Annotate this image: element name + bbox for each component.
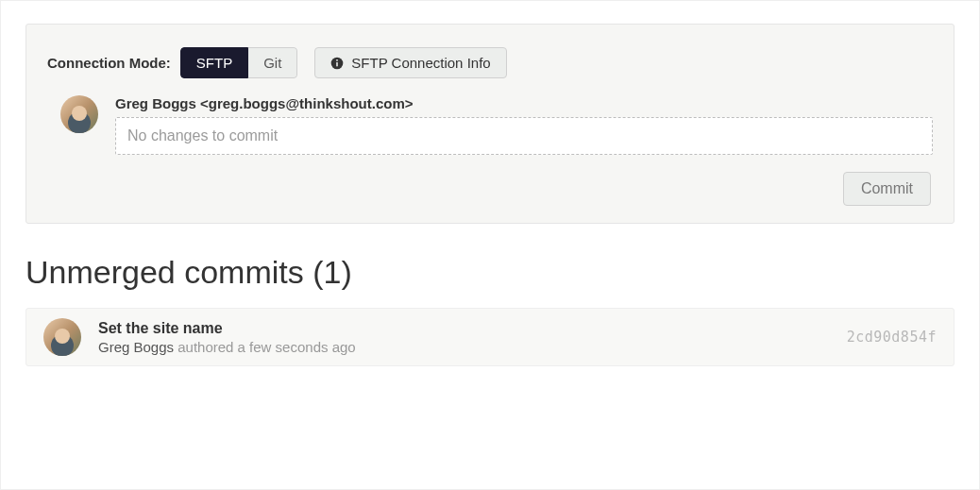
- commit-author-display: Greg Boggs <greg.boggs@thinkshout.com>: [115, 95, 933, 111]
- commit-body: Set the site name Greg Boggs authored a …: [98, 319, 830, 355]
- mode-sftp-button[interactable]: SFTP: [180, 47, 248, 78]
- connection-header: Connection Mode: SFTP Git SFTP Connectio…: [47, 47, 933, 78]
- commit-row[interactable]: Set the site name Greg Boggs authored a …: [25, 308, 955, 366]
- svg-point-2: [336, 59, 338, 60]
- mode-git-button[interactable]: Git: [248, 47, 297, 78]
- commit-meta: Greg Boggs authored a few seconds ago: [98, 339, 830, 355]
- commit-title: Set the site name: [98, 319, 830, 339]
- avatar: [60, 95, 98, 133]
- info-circle-icon: [330, 57, 344, 70]
- sftp-connection-info-button[interactable]: SFTP Connection Info: [314, 47, 506, 78]
- unmerged-commits-heading: Unmerged commits (1): [25, 254, 955, 291]
- commit-author-name: Greg Boggs: [98, 339, 174, 355]
- commit-hash: 2cd90d854f: [847, 329, 937, 346]
- commit-list: Set the site name Greg Boggs authored a …: [25, 308, 955, 366]
- svg-rect-1: [337, 61, 339, 66]
- connection-panel: Connection Mode: SFTP Git SFTP Connectio…: [25, 24, 955, 224]
- commit-actions: Commit: [47, 172, 933, 206]
- connection-mode-label: Connection Mode:: [47, 55, 171, 71]
- sftp-connection-info-label: SFTP Connection Info: [351, 55, 490, 71]
- commit-message-input[interactable]: [115, 117, 933, 155]
- avatar: [43, 318, 81, 356]
- commit-button[interactable]: Commit: [843, 172, 931, 206]
- commit-time-ago: authored a few seconds ago: [177, 339, 355, 355]
- commit-compose-row: Greg Boggs <greg.boggs@thinkshout.com>: [47, 95, 933, 155]
- commit-compose-area: Greg Boggs <greg.boggs@thinkshout.com>: [115, 95, 933, 155]
- page-root: Connection Mode: SFTP Git SFTP Connectio…: [0, 0, 980, 490]
- connection-mode-toggle: SFTP Git: [180, 47, 298, 78]
